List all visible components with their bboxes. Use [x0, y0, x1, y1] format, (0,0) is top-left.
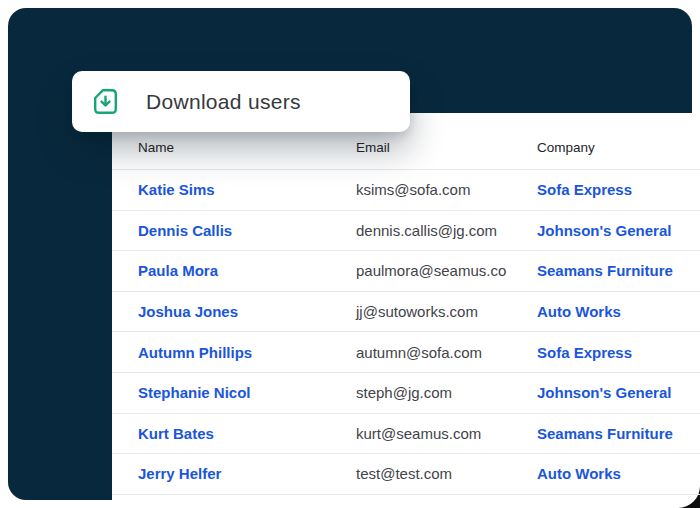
user-name-link[interactable]: Dennis Callis [138, 222, 356, 239]
company-link[interactable]: Auto Works [537, 303, 700, 320]
user-name-link[interactable]: Joshua Jones [138, 303, 356, 320]
table-row: Kurt Bateskurt@seamus.comSeamans Furnitu… [112, 414, 700, 455]
user-email: dennis.callis@jg.com [356, 222, 537, 239]
company-link[interactable]: Sofa Express [537, 181, 700, 198]
user-email: test@test.com [356, 465, 537, 482]
user-email: steph@jg.com [356, 384, 537, 401]
table-row: Jerry Helfertest@test.comAuto Works [112, 454, 700, 495]
table-body: Katie Simsksims@sofa.comSofa ExpressDenn… [112, 170, 700, 495]
file-download-icon [93, 88, 118, 115]
company-link[interactable]: Johnson's General [537, 384, 700, 401]
download-users-button[interactable]: Download users [72, 71, 410, 132]
user-email: paulmora@seamus.co [356, 262, 537, 279]
user-name-link[interactable]: Katie Sims [138, 181, 356, 198]
table-row: Dennis Callisdennis.callis@jg.comJohnson… [112, 211, 700, 252]
company-link[interactable]: Seamans Furniture [537, 425, 700, 442]
column-header-email: Email [356, 140, 537, 155]
column-header-name: Name [138, 140, 356, 155]
company-link[interactable]: Seamans Furniture [537, 262, 700, 279]
table-row: Autumn Phillipsautumn@sofa.comSofa Expre… [112, 332, 700, 373]
user-name-link[interactable]: Stephanie Nicol [138, 384, 356, 401]
user-name-link[interactable]: Kurt Bates [138, 425, 356, 442]
user-name-link[interactable]: Paula Mora [138, 262, 356, 279]
company-link[interactable]: Johnson's General [537, 222, 700, 239]
user-email: jj@sutoworks.com [356, 303, 537, 320]
table-row: Joshua Jonesjj@sutoworks.comAuto Works [112, 292, 700, 333]
user-name-link[interactable]: Autumn Phillips [138, 344, 356, 361]
column-header-company: Company [537, 140, 700, 155]
table-row: Stephanie Nicolsteph@jg.comJohnson's Gen… [112, 373, 700, 414]
table-row: Paula Morapaulmora@seamus.coSeamans Furn… [112, 251, 700, 292]
user-email: autumn@sofa.com [356, 344, 537, 361]
user-email: ksims@sofa.com [356, 181, 537, 198]
user-name-link[interactable]: Jerry Helfer [138, 465, 356, 482]
download-users-label: Download users [146, 90, 301, 114]
company-link[interactable]: Sofa Express [537, 344, 700, 361]
user-email: kurt@seamus.com [356, 425, 537, 442]
users-table-card: Name Email Company Katie Simsksims@sofa.… [112, 113, 700, 508]
table-row: Katie Simsksims@sofa.comSofa Express [112, 170, 700, 211]
company-link[interactable]: Auto Works [537, 465, 700, 482]
hero-illustration: Name Email Company Katie Simsksims@sofa.… [0, 0, 700, 508]
